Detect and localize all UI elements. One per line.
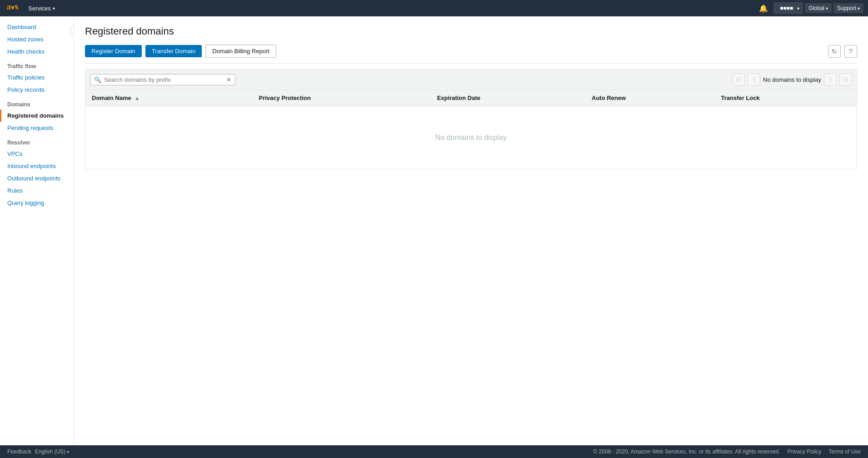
pagination-status-text: No domains to display (763, 76, 821, 83)
sidebar-section-traffic-flow: Traffic flow (0, 58, 74, 71)
sidebar-item-inbound-endpoints[interactable]: Inbound endpoints (0, 160, 74, 172)
help-button[interactable]: ? (844, 45, 857, 58)
table-body: No domains to display (85, 106, 857, 169)
empty-state-row: No domains to display (85, 106, 857, 169)
last-page-icon: ⟩⟩ (843, 76, 848, 83)
search-input[interactable] (104, 76, 224, 83)
table-header-row: Domain Name ▲ Privacy Protection Expirat… (85, 90, 857, 106)
register-domain-button[interactable]: Register Domain (85, 45, 142, 57)
transfer-domain-button[interactable]: Transfer Domain (145, 45, 202, 57)
sidebar-item-vpcs[interactable]: VPCs (0, 148, 74, 160)
main-content: Registered domains Register Domain Trans… (74, 16, 868, 445)
sidebar-item-pending-requests[interactable]: Pending requests (0, 122, 74, 134)
privacy-policy-link[interactable]: Privacy Policy (788, 448, 822, 455)
next-page-icon: ⟩ (829, 76, 832, 83)
footer-left: Feedback English (US) ▾ (7, 448, 69, 455)
column-header-auto-renew[interactable]: Auto Renew (585, 90, 715, 106)
sidebar-item-policy-records[interactable]: Policy records (0, 84, 74, 96)
pagination-area: ⟨⟨ ⟨ No domains to display ⟩ ⟩⟩ (732, 73, 852, 86)
aws-logo[interactable] (5, 3, 21, 13)
sidebar-item-query-logging[interactable]: Query logging (0, 197, 74, 209)
sidebar-item-health-checks[interactable]: Health checks (0, 45, 74, 58)
search-bar-row: 🔍 ✕ ⟨⟨ ⟨ No domains to display ⟩ ⟩⟩ (85, 69, 857, 90)
expiration-date-column-label: Expiration Date (437, 95, 480, 101)
sidebar-item-traffic-policies[interactable]: Traffic policies (0, 71, 74, 84)
sidebar-item-registered-domains[interactable]: Registered domains (0, 110, 74, 122)
toolbar: Register Domain Transfer Domain Domain B… (85, 45, 857, 64)
global-button[interactable]: Global ▾ (805, 3, 832, 13)
sidebar-section-domains: Domains (0, 96, 74, 110)
page-title: Registered domains (85, 25, 857, 37)
terms-of-use-link[interactable]: Terms of Use (828, 448, 861, 455)
sidebar: ◂ Dashboard Hosted zones Health checks T… (0, 16, 74, 445)
pagination-last-button[interactable]: ⟩⟩ (839, 73, 852, 86)
empty-state-message: No domains to display (85, 106, 857, 169)
sidebar-item-dashboard[interactable]: Dashboard (0, 21, 74, 33)
prev-page-icon: ⟨ (753, 76, 755, 83)
global-label: Global (808, 5, 824, 11)
column-header-privacy-protection[interactable]: Privacy Protection (253, 90, 431, 106)
domain-name-column-label: Domain Name (92, 95, 131, 101)
services-menu-button[interactable]: Services ▾ (25, 3, 59, 14)
refresh-icon: ↻ (832, 48, 837, 55)
language-caret-icon: ▾ (67, 449, 69, 454)
account-label: ■■■■ (777, 4, 796, 12)
first-page-icon: ⟨⟨ (736, 76, 741, 83)
table-header: Domain Name ▲ Privacy Protection Expirat… (85, 90, 857, 106)
pagination-prev-button[interactable]: ⟨ (748, 73, 760, 86)
support-caret-icon: ▾ (858, 6, 860, 11)
help-icon: ? (849, 48, 853, 55)
pagination-next-button[interactable]: ⟩ (824, 73, 837, 86)
services-caret-icon: ▾ (53, 6, 55, 11)
notifications-bell-button[interactable]: 🔔 (755, 2, 772, 15)
domains-table: Domain Name ▲ Privacy Protection Expirat… (85, 90, 857, 169)
feedback-button[interactable]: Feedback (7, 448, 31, 455)
column-header-transfer-lock[interactable]: Transfer Lock (715, 90, 857, 106)
search-wrapper: 🔍 ✕ (90, 74, 235, 85)
sidebar-section-resolver: Resolver (0, 134, 74, 148)
layout: ◂ Dashboard Hosted zones Health checks T… (0, 16, 868, 445)
language-button[interactable]: English (US) ▾ (35, 448, 69, 455)
services-label: Services (28, 5, 51, 12)
support-label: Support (837, 5, 856, 11)
domains-table-container: Domain Name ▲ Privacy Protection Expirat… (85, 90, 857, 169)
search-icon: 🔍 (94, 76, 101, 83)
footer-right: © 2008 - 2020, Amazon Web Services, Inc.… (593, 448, 861, 455)
transfer-lock-column-label: Transfer Lock (721, 95, 760, 101)
language-label: English (US) (35, 448, 65, 455)
nav-right: 🔔 ■■■■ ▾ Global ▾ Support ▾ (755, 2, 863, 15)
account-button[interactable]: ■■■■ ▾ (773, 2, 803, 14)
domain-billing-report-button[interactable]: Domain Billing Report (205, 45, 276, 58)
footer: Feedback English (US) ▾ © 2008 - 2020, A… (0, 445, 868, 458)
privacy-protection-column-label: Privacy Protection (259, 95, 311, 101)
account-caret-icon: ▾ (797, 6, 799, 11)
sidebar-item-outbound-endpoints[interactable]: Outbound endpoints (0, 172, 74, 184)
column-header-domain-name[interactable]: Domain Name ▲ (85, 90, 253, 106)
refresh-button[interactable]: ↻ (828, 45, 841, 58)
global-caret-icon: ▾ (826, 6, 828, 11)
sort-ascending-icon: ▲ (135, 95, 140, 101)
feedback-label: Feedback (7, 448, 31, 455)
column-header-expiration-date[interactable]: Expiration Date (431, 90, 585, 106)
auto-renew-column-label: Auto Renew (592, 95, 626, 101)
sidebar-item-hosted-zones[interactable]: Hosted zones (0, 33, 74, 45)
top-navigation: Services ▾ 🔔 ■■■■ ▾ Global ▾ Support ▾ (0, 0, 868, 16)
search-clear-icon[interactable]: ✕ (226, 76, 231, 83)
pagination-first-button[interactable]: ⟨⟨ (732, 73, 745, 86)
copyright-text: © 2008 - 2020, Amazon Web Services, Inc.… (593, 448, 780, 455)
sidebar-item-rules[interactable]: Rules (0, 184, 74, 197)
support-button[interactable]: Support ▾ (833, 3, 863, 13)
